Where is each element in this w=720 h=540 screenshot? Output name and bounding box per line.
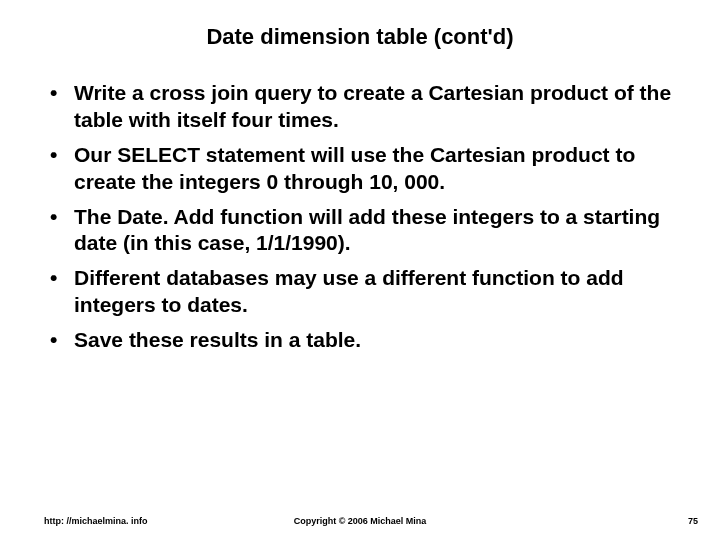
slide-title: Date dimension table (cont'd)	[0, 24, 720, 50]
list-item: The Date. Add function will add these in…	[44, 204, 676, 258]
footer-page-number: 75	[688, 516, 698, 526]
bullet-list: Write a cross join query to create a Car…	[44, 80, 676, 354]
list-item: Save these results in a table.	[44, 327, 676, 354]
slide-footer: http: //michaelmina. info Copyright © 20…	[0, 510, 720, 526]
list-item: Different databases may use a different …	[44, 265, 676, 319]
slide-body: Write a cross join query to create a Car…	[44, 80, 676, 362]
list-item: Write a cross join query to create a Car…	[44, 80, 676, 134]
list-item: Our SELECT statement will use the Cartes…	[44, 142, 676, 196]
slide: Date dimension table (cont'd) Write a cr…	[0, 0, 720, 540]
footer-copyright: Copyright © 2006 Michael Mina	[0, 516, 720, 526]
